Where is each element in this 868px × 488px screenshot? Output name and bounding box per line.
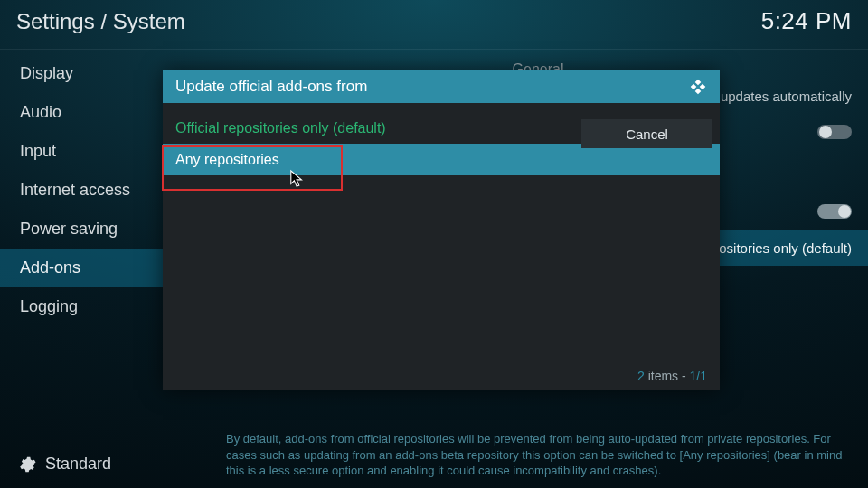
- item-count: 2: [637, 369, 645, 383]
- help-text: By default, add-ons from official reposi…: [226, 431, 854, 479]
- toggle-off[interactable]: [817, 125, 852, 139]
- breadcrumb: Settings / System: [16, 9, 185, 34]
- kodi-logo-icon: [689, 78, 707, 96]
- settings-level[interactable]: Standard: [18, 455, 111, 474]
- dialog-footer: 2 items - 1/1: [637, 369, 707, 383]
- toggle-on[interactable]: [817, 204, 852, 219]
- gear-icon: [18, 455, 36, 474]
- divider: [0, 49, 868, 50]
- header: Settings / System 5:24 PM: [0, 7, 868, 42]
- cancel-button[interactable]: Cancel: [581, 119, 712, 148]
- settings-level-label: Standard: [45, 455, 111, 474]
- dialog-titlebar: Update official add-ons from: [163, 70, 720, 103]
- clock: 5:24 PM: [761, 7, 852, 35]
- page-indicator: 1/1: [690, 369, 707, 383]
- option-any-repositories[interactable]: Any repositories: [163, 144, 720, 175]
- dialog-title: Update official add-ons from: [175, 78, 367, 96]
- footer-sep: items -: [645, 369, 690, 383]
